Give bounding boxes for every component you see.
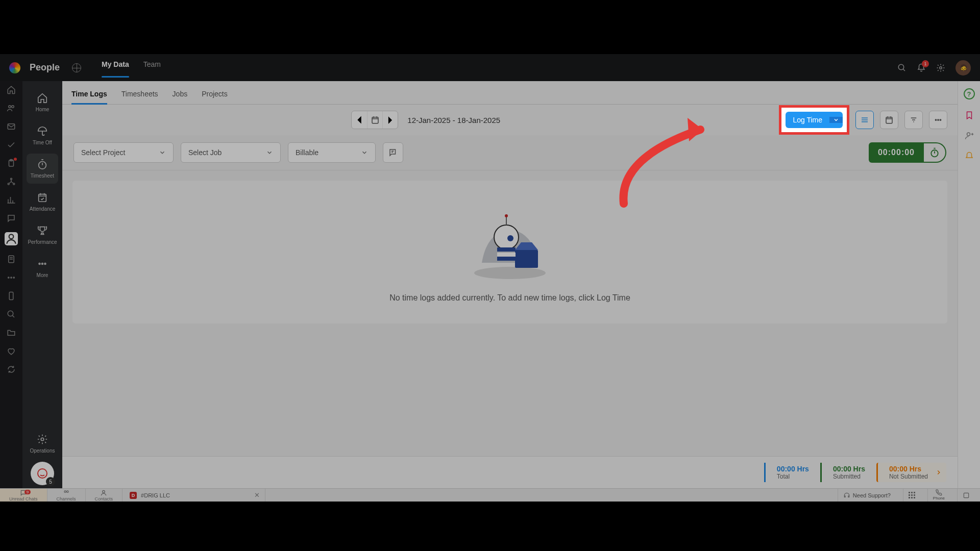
summary-submitted-value: 00:00 Hrs xyxy=(833,465,865,473)
bb-channels[interactable]: Channels xyxy=(47,489,86,502)
summary-notsubmitted-label: Not Submitted xyxy=(889,473,928,480)
svg-point-0 xyxy=(898,64,904,70)
more-actions-button[interactable] xyxy=(929,111,947,129)
bottom-bar: 9 Unread Chats Channels Contacts D #DRIG… xyxy=(0,488,980,502)
app-window: People My Data Team 1 🧔 xyxy=(0,54,980,502)
rail-active-app-icon[interactable] xyxy=(5,232,18,245)
log-time-dropdown[interactable] xyxy=(829,117,843,123)
tab-timesheets[interactable]: Timesheets xyxy=(121,90,158,104)
rail-clipboard-icon[interactable] xyxy=(7,159,16,168)
sidebar-item-performance[interactable]: Performance xyxy=(27,220,58,250)
expand-icon xyxy=(963,492,970,499)
bookmark-icon[interactable] xyxy=(965,111,974,120)
app-body: Home Time Off Timesheet Attendance Perfo… xyxy=(0,81,980,488)
date-next-button[interactable] xyxy=(382,111,398,129)
sidebar-item-attendance[interactable]: Attendance xyxy=(27,187,58,217)
summary-bar: 00:00 Hrs Total 00:00 Hrs Submitted 00:0… xyxy=(62,456,958,488)
summary-total-value: 00:00 Hrs xyxy=(777,465,809,473)
chevron-down-icon xyxy=(266,149,273,156)
rail-network-icon[interactable] xyxy=(7,177,16,186)
bb-phone[interactable]: Phone xyxy=(927,489,950,502)
search-icon[interactable] xyxy=(897,63,906,72)
empty-state-illustration xyxy=(467,202,553,283)
trophy-icon xyxy=(37,225,48,236)
chat-widget-button[interactable]: 5 xyxy=(31,462,54,485)
app-logo[interactable] xyxy=(9,62,20,73)
rail-search2-icon[interactable] xyxy=(7,310,16,319)
calendar-view-button[interactable] xyxy=(880,111,898,129)
rail-refresh-icon[interactable] xyxy=(7,365,16,374)
chevron-right-icon xyxy=(935,469,942,476)
svg-line-20 xyxy=(12,315,14,317)
rail-chat-icon[interactable] xyxy=(7,214,16,223)
empty-state-card: No time logs added currently. To add new… xyxy=(72,181,947,323)
tab-my-data[interactable]: My Data xyxy=(102,60,129,76)
globe-icon[interactable] xyxy=(72,63,81,72)
sidebar-item-timesheet[interactable]: Timesheet xyxy=(27,154,58,184)
svg-rect-28 xyxy=(372,117,378,123)
module-sidebar: Home Time Off Timesheet Attendance Perfo… xyxy=(22,81,62,488)
svg-point-51 xyxy=(505,214,508,217)
bb-apps[interactable] xyxy=(903,489,920,502)
billable-select[interactable]: Billable xyxy=(288,142,376,163)
calendar-icon[interactable] xyxy=(367,111,382,129)
date-nav-group xyxy=(351,111,398,129)
tab-team[interactable]: Team xyxy=(143,60,161,76)
summary-submitted-label: Submitted xyxy=(833,473,865,480)
rail-more-icon[interactable] xyxy=(7,273,16,282)
rail-phone-icon[interactable] xyxy=(7,291,16,300)
rail-chart-icon[interactable] xyxy=(7,195,16,205)
help-icon[interactable]: ? xyxy=(964,88,975,99)
bell2-icon[interactable] xyxy=(965,152,974,161)
filter-button[interactable] xyxy=(904,111,923,129)
channels-icon xyxy=(63,489,70,496)
sidebar-item-operations[interactable]: Operations xyxy=(27,429,58,459)
svg-point-23 xyxy=(39,263,40,265)
svg-point-56 xyxy=(103,490,105,493)
rail-doc-icon[interactable] xyxy=(7,255,16,264)
notifications-button[interactable]: 1 xyxy=(917,63,926,72)
sidebar-item-home[interactable]: Home xyxy=(27,87,58,117)
sidebar-item-more[interactable]: More xyxy=(27,253,58,283)
summary-total: 00:00 Hrs Total xyxy=(764,463,820,482)
close-icon[interactable]: ✕ xyxy=(254,491,260,499)
sidebar-item-label: Performance xyxy=(28,239,57,245)
job-select[interactable]: Select Job xyxy=(181,142,281,163)
svg-point-19 xyxy=(8,311,13,316)
avatar[interactable]: 🧔 xyxy=(955,60,971,76)
rail-home-icon[interactable] xyxy=(7,85,16,94)
gear-icon[interactable] xyxy=(936,63,945,72)
date-prev-button[interactable] xyxy=(352,111,367,129)
list-view-button[interactable] xyxy=(855,111,874,129)
contacts-icon xyxy=(100,489,107,496)
log-time-button[interactable]: Log Time xyxy=(786,112,843,128)
header-tabs: My Data Team xyxy=(102,60,161,76)
start-timer-button[interactable] xyxy=(924,142,946,163)
svg-point-26 xyxy=(41,438,44,441)
rail-folder-icon[interactable] xyxy=(7,328,16,337)
bb-unread-chats[interactable]: 9 Unread Chats xyxy=(0,489,47,502)
bb-expand[interactable] xyxy=(957,489,975,502)
rail-heart-icon[interactable] xyxy=(7,346,16,356)
bb-chat-tab[interactable]: D #DRIG LLC ✕ xyxy=(122,489,265,502)
rail-people-icon[interactable] xyxy=(7,104,16,113)
svg-point-3 xyxy=(9,106,11,108)
add-user-icon[interactable] xyxy=(965,131,974,140)
project-select[interactable]: Select Project xyxy=(74,142,174,163)
notes-button[interactable] xyxy=(383,142,403,163)
svg-point-9 xyxy=(8,183,9,185)
content-body: No time logs added currently. To add new… xyxy=(62,170,958,456)
tab-projects[interactable]: Projects xyxy=(202,90,228,104)
sidebar-item-timeoff[interactable]: Time Off xyxy=(27,120,58,151)
tab-time-logs[interactable]: Time Logs xyxy=(71,90,107,104)
summary-not-submitted[interactable]: 00:00 Hrs Not Submitted xyxy=(876,463,946,482)
timer-widget: 00:00:00 xyxy=(869,142,946,163)
rail-mail-icon[interactable] xyxy=(7,122,16,131)
tab-jobs[interactable]: Jobs xyxy=(173,90,188,104)
timer-display: 00:00:00 xyxy=(869,142,924,163)
header-actions: 1 🧔 xyxy=(897,60,971,76)
rail-check-icon[interactable] xyxy=(7,140,16,149)
bb-contacts[interactable]: Contacts xyxy=(86,489,123,502)
umbrella-icon xyxy=(37,126,48,137)
bb-support[interactable]: Need Support? xyxy=(838,489,896,502)
